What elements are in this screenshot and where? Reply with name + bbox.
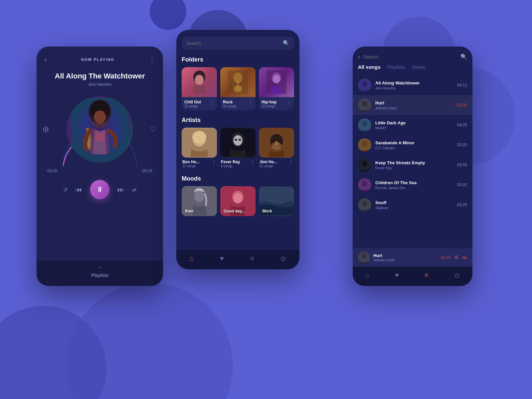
- artist-fever-thumb: [220, 128, 256, 158]
- song-artist-5: Fever Ray: [375, 166, 453, 170]
- artist-ben-more[interactable]: ⋮: [212, 160, 216, 165]
- song-name-6: Children Of The Sea: [375, 180, 453, 185]
- folder-rock-more[interactable]: ⋮: [248, 100, 253, 105]
- mood-work[interactable]: Work: [259, 186, 294, 216]
- mood-rain[interactable]: Rain: [182, 186, 217, 216]
- nav-home-icon[interactable]: ⌂: [190, 255, 194, 263]
- avatar-img-7: [358, 198, 371, 211]
- song-row-7[interactable]: Snuff Slipknot 03:25: [353, 195, 472, 215]
- svg-point-11: [195, 75, 204, 85]
- song-row-4[interactable]: Sarabande A Minor G.F. Handel 03:25: [353, 135, 472, 155]
- folders-section-title: Folders: [176, 55, 299, 67]
- artist-jimi-count: 15 songs: [260, 164, 277, 168]
- screen-title: NOW PLAYING: [81, 58, 114, 62]
- folder-chill-out[interactable]: Chill Out 22 songs ⋮: [182, 67, 217, 110]
- repeat-button[interactable]: ↺: [63, 187, 68, 193]
- song-duration-2: -01:16: [456, 103, 467, 107]
- nav-queue-icon-3[interactable]: ≡: [425, 271, 429, 279]
- song-row-3[interactable]: Little Dark Age MGMT 04:25: [353, 115, 472, 135]
- nav-settings-icon-3[interactable]: ⊙: [454, 271, 460, 279]
- song-row-1[interactable]: All Along Watchtower Jimi Hendrix 04:11: [353, 75, 472, 95]
- song-row-5[interactable]: Keep The Streats Empty Fever Ray 02:55: [353, 155, 472, 175]
- song-row-6[interactable]: Children Of The Sea Ronnie James Dio 03:…: [353, 175, 472, 195]
- playlists-section[interactable]: ⌃ Playlists: [37, 261, 163, 286]
- song-list-screen: ‹ 🔍 All songs Playlists Neww All Along W…: [353, 47, 472, 286]
- previous-button[interactable]: ⏮: [76, 186, 82, 194]
- favorite-button[interactable]: ♡: [150, 125, 156, 134]
- folder-rock[interactable]: Rock 50 songs ⋮: [220, 67, 256, 110]
- song-avatar-4: [358, 138, 371, 152]
- folder-hiphop-more[interactable]: ⋮: [287, 100, 291, 105]
- mini-next-icon[interactable]: ⏭: [462, 255, 467, 260]
- song-artist-6: Ronnie James Dio: [375, 186, 453, 190]
- expand-icon: ⌃: [98, 266, 102, 271]
- svg-point-52: [362, 253, 366, 259]
- song-avatar-5: [358, 158, 371, 172]
- nav-favorites-icon[interactable]: ♥: [220, 255, 224, 263]
- pause-icon: ⏸: [96, 185, 103, 194]
- avatar-img-4: [358, 138, 371, 152]
- song-artist-1: Jimi Hendrix: [375, 86, 453, 90]
- album-art-container: ♡: [37, 93, 163, 166]
- svg-point-5: [94, 110, 106, 124]
- hiphop-thumbnail-art: [266, 70, 286, 94]
- tabs-row: All songs Playlists Neww: [353, 64, 472, 75]
- artist-fever-ray[interactable]: Fever Ray 8 songs ⋮: [220, 128, 256, 169]
- bottom-navigation: ⌂ ♥ ≡ ⊙: [176, 250, 299, 269]
- search-input-3[interactable]: [363, 54, 457, 60]
- shuffle-button[interactable]: ⇄: [132, 187, 136, 193]
- song-info-6: Children Of The Sea Ronnie James Dio: [375, 180, 453, 190]
- more-options-button[interactable]: ⋮: [149, 56, 155, 63]
- nav-home-icon-3[interactable]: ⌂: [365, 271, 369, 279]
- artists-section-title: Artists: [176, 115, 299, 128]
- song-artist-2: Johnny Cash: [375, 106, 452, 110]
- song-avatar-3: [358, 118, 371, 132]
- search-input[interactable]: [186, 41, 280, 46]
- tab-neww[interactable]: Neww: [412, 64, 426, 71]
- avatar-img-3: [358, 118, 371, 132]
- svg-point-50: [362, 200, 367, 206]
- artist-jimi-he[interactable]: Jimi He... 15 songs ⋮: [259, 128, 294, 169]
- mood-good-day[interactable]: Good day...: [220, 186, 256, 216]
- mini-player[interactable]: Hurt Johnny Cash -01:16 ⏸ ⏭: [353, 248, 472, 267]
- song-duration-3: 04:25: [457, 123, 467, 127]
- back-button-3[interactable]: ‹: [358, 53, 360, 60]
- folder-hiphop-count: 15 songs: [262, 104, 276, 108]
- song-name-7: Snuff: [375, 200, 453, 205]
- svg-point-48: [362, 181, 367, 187]
- pause-button[interactable]: ⏸: [90, 180, 109, 199]
- folder-hiphop[interactable]: Hip-hop 15 songs ⋮: [259, 67, 294, 110]
- folders-grid: Chill Out 22 songs ⋮ Rock: [176, 67, 299, 115]
- mini-avatar-art: [358, 251, 370, 263]
- search-bar[interactable]: 🔍: [182, 37, 294, 50]
- now-playing-screen: ‹ NOW PLAYING ⋮ All Along The Watchtower…: [37, 47, 163, 286]
- nav-queue-icon[interactable]: ≡: [250, 255, 254, 263]
- rock-thumbnail-art: [228, 70, 248, 94]
- tab-playlists[interactable]: Playlists: [387, 64, 406, 71]
- tab-all-songs[interactable]: All songs: [358, 64, 381, 71]
- song-row-2[interactable]: Hurt Johnny Cash -01:16: [353, 95, 472, 115]
- folder-chill-more[interactable]: ⋮: [210, 100, 214, 105]
- back-button[interactable]: ‹: [45, 56, 47, 63]
- search-icon: 🔍: [283, 40, 289, 46]
- nav-favorites-icon-3[interactable]: ♥: [395, 271, 399, 279]
- song-artist-3: MGMT: [375, 126, 453, 130]
- bottom-navigation-3: ⌂ ♥ ≡ ⊙: [353, 267, 472, 286]
- next-button[interactable]: ⏭: [117, 186, 124, 194]
- artist-fever-more[interactable]: ⋮: [250, 160, 255, 165]
- song-avatar-6: [358, 178, 371, 192]
- song-artist: Jimi Hendrix: [37, 82, 163, 87]
- artist-ben-ho[interactable]: Ben Ho... 12 songs ⋮: [182, 128, 217, 169]
- fever-ray-art: [220, 128, 256, 158]
- svg-point-18: [273, 74, 280, 83]
- moods-grid: Rain Good day... Work: [176, 186, 299, 216]
- chill-thumbnail-art: [189, 70, 209, 94]
- nav-settings-icon[interactable]: ⊙: [280, 255, 286, 263]
- svg-point-21: [192, 131, 206, 144]
- artist-jimi-more[interactable]: ⋮: [289, 160, 293, 165]
- folder-rock-info: Rock 50 songs ⋮: [220, 97, 256, 110]
- browse-screen: 🔍 Folders Chill Out 22 songs ⋮: [176, 30, 299, 269]
- mini-pause-icon[interactable]: ⏸: [454, 254, 459, 260]
- song-duration-5: 02:55: [457, 163, 467, 167]
- song-artist-7: Slipknot: [375, 206, 453, 210]
